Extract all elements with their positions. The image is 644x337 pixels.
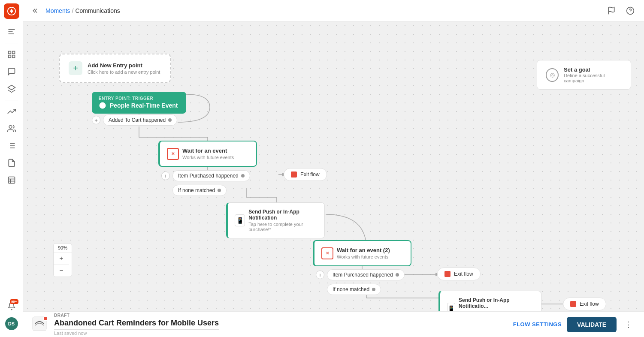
- sidebar-item-messages[interactable]: [4, 64, 19, 79]
- send-push-notification-1[interactable]: 📱 Send Push or In-App Notification Tap h…: [226, 202, 325, 238]
- add-condition-button[interactable]: +: [92, 116, 100, 124]
- flow-settings-button[interactable]: FLOW SETTINGS: [513, 321, 562, 328]
- goal-icon: ◎: [546, 68, 559, 82]
- notif-subtitle-2: Enter code 5%OFF to get a discount on it…: [459, 310, 534, 311]
- if-none-matched-1[interactable]: If none matched: [172, 185, 227, 196]
- trigger-title-text: People Real-Time Event: [110, 102, 178, 109]
- expand-button[interactable]: [30, 5, 42, 17]
- bottom-right: FLOW SETTINGS VALIDATE ⋮: [513, 317, 635, 332]
- exit-flow-node-1[interactable]: Exit flow: [284, 168, 327, 181]
- zoom-in-button[interactable]: +: [54, 253, 69, 265]
- wait-subtitle-2: Works with future events: [337, 254, 390, 259]
- exit-label-1: Exit flow: [300, 172, 320, 178]
- zoom-out-button[interactable]: −: [54, 265, 69, 277]
- item-purchased-text-1: Item Purchased happened: [178, 173, 239, 179]
- branch-dot-1: [241, 174, 245, 178]
- topbar: Moments / Communications: [23, 0, 644, 21]
- add-entry-icon: +: [69, 61, 82, 75]
- logo: [4, 3, 19, 19]
- exit-label-2: Exit flow: [454, 271, 473, 277]
- condition-row-1: + Added To Cart happened: [92, 114, 177, 126]
- notif-subtitle-1: Tap here to complete your purchase!*: [248, 222, 317, 232]
- condition-dot: [168, 118, 172, 122]
- wait-event-node-1[interactable]: ✕ Wait for an event Works with future ev…: [158, 141, 257, 167]
- trigger-node[interactable]: ENTRY POINT: TRIGGER People Real-Time Ev…: [92, 92, 186, 114]
- notif-title-1: Send Push or In-App Notification: [248, 209, 317, 221]
- bottom-bar: DRAFT Abandoned Cart Reminders for Mobil…: [23, 311, 644, 337]
- user-avatar[interactable]: DS: [5, 317, 18, 330]
- notif-title-2: Send Push or In-App Notificatio...: [459, 297, 534, 309]
- set-goal-box[interactable]: ◎ Set a goal Define a successful campaig…: [537, 60, 631, 90]
- svg-rect-16: [8, 177, 15, 184]
- breadcrumb-moments[interactable]: Moments: [45, 7, 70, 14]
- last-saved: Last saved now: [54, 331, 219, 336]
- condition-added-to-cart[interactable]: Added To Cart happened: [103, 114, 177, 126]
- notif-content-1: Send Push or In-App Notification Tap her…: [248, 209, 317, 232]
- wait-icon: ✕: [167, 148, 179, 160]
- draft-badge: DRAFT: [54, 313, 219, 318]
- send-push-notification-2[interactable]: 📱 Send Push or In-App Notificatio... Ent…: [438, 291, 541, 311]
- flow-title: Abandoned Cart Reminders for Mobile User…: [54, 319, 219, 328]
- goal-subtitle: Define a successful campaign: [564, 73, 622, 83]
- flag-icon[interactable]: [605, 4, 618, 18]
- add-entry-title: Add New Entry point: [88, 62, 160, 69]
- sidebar-item-dashboard[interactable]: [4, 47, 19, 62]
- notifications-button[interactable]: 99+: [4, 298, 19, 314]
- breadcrumb-separator: /: [72, 7, 74, 14]
- help-icon[interactable]: [623, 4, 637, 18]
- exit-flow-node-2[interactable]: Exit flow: [437, 268, 481, 280]
- more-options-button[interactable]: ⋮: [622, 318, 635, 331]
- sidebar-item-reports[interactable]: [4, 155, 19, 171]
- branch-1-yes-row: + Item Purchased happened: [161, 170, 250, 181]
- if-none-text-1: If none matched: [178, 187, 215, 193]
- wait-content: Wait for an event Works with future even…: [182, 147, 234, 160]
- trigger-label: ENTRY POINT: TRIGGER: [99, 96, 179, 101]
- branch-2-rows: + Item Purchased happened If none matche…: [316, 269, 405, 295]
- notif-header-1: 📱 Send Push or In-App Notification Tap h…: [235, 209, 317, 232]
- flow-canvas: + Add New Entry point Click here to add …: [23, 21, 644, 311]
- sidebar-item-layers[interactable]: [4, 81, 19, 96]
- add-branch-button[interactable]: +: [161, 172, 170, 180]
- branch-2-no-row: If none matched: [327, 284, 405, 295]
- add-entry-text: Add New Entry point Click here to add a …: [88, 62, 160, 75]
- sidebar-toggle[interactable]: [4, 24, 19, 39]
- sidebar-item-people[interactable]: [4, 121, 19, 136]
- if-none-matched-2[interactable]: If none matched: [327, 284, 381, 295]
- wait-content-2: Wait for an event (2) Works with future …: [337, 247, 390, 259]
- exit-icon-2: [444, 271, 450, 277]
- svg-point-9: [9, 126, 12, 129]
- sidebar: 99+ DS: [0, 0, 23, 337]
- breadcrumb: Moments / Communications: [45, 7, 120, 14]
- add-branch-2-button[interactable]: +: [316, 271, 324, 279]
- zoom-level: 90%: [54, 244, 72, 253]
- topbar-right: [605, 4, 637, 18]
- trigger-title: People Real-Time Event: [99, 102, 179, 109]
- notif-content-2: Send Push or In-App Notificatio... Enter…: [459, 297, 534, 311]
- wait-event-node-2[interactable]: ✕ Wait for an event (2) Works with futur…: [313, 240, 411, 266]
- exit-label-3: Exit flow: [580, 301, 599, 307]
- trigger-icon: [99, 102, 106, 109]
- zoom-controls: 90% + −: [53, 243, 72, 277]
- wait-icon-2: ✕: [321, 247, 333, 259]
- exit-icon-1: [291, 172, 297, 178]
- sidebar-item-list[interactable]: [4, 138, 19, 153]
- add-entry-point-box[interactable]: + Add New Entry point Click here to add …: [59, 54, 171, 83]
- title-underline: [54, 329, 219, 330]
- branch-dot-4: [372, 288, 375, 291]
- exit-icon-3: [570, 301, 576, 307]
- svg-marker-8: [8, 85, 15, 90]
- sidebar-item-table[interactable]: [4, 172, 19, 188]
- wait-title-2: Wait for an event (2): [337, 247, 390, 253]
- branch-dot-2: [218, 189, 221, 192]
- if-none-text-2: If none matched: [333, 286, 369, 292]
- branch-1-rows: + Item Purchased happened If none matche…: [161, 170, 250, 196]
- validate-button[interactable]: VALIDATE: [567, 317, 617, 332]
- item-purchased-condition-1[interactable]: Item Purchased happened: [172, 170, 250, 181]
- sidebar-item-analytics[interactable]: [4, 104, 19, 119]
- wait-node-header: ✕ Wait for an event Works with future ev…: [167, 147, 249, 160]
- flow-icon-dot: [43, 316, 48, 321]
- notif-header-2: 📱 Send Push or In-App Notificatio... Ent…: [447, 297, 534, 311]
- svg-rect-4: [8, 51, 11, 54]
- exit-flow-node-3[interactable]: Exit flow: [563, 298, 606, 310]
- item-purchased-condition-2[interactable]: Item Purchased happened: [327, 269, 405, 280]
